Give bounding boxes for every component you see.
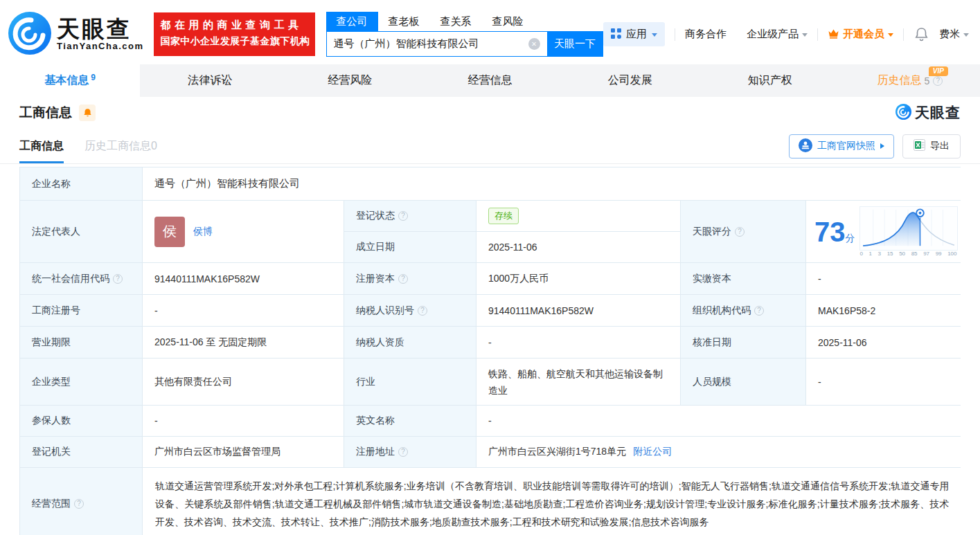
tab-history-info[interactable]: VIP 历史信息 5 [840, 64, 980, 97]
value-org-code: MAK16P58-2 [806, 295, 962, 326]
business-cooperation-link[interactable]: 商务合作 [685, 28, 727, 41]
enterprise-products-label: 企业级产品 [747, 28, 799, 41]
tianyancha-swirl-icon [8, 12, 51, 57]
credit-code-text: 统一社会信用代码 [32, 273, 109, 285]
table-actions: 工商官网快照 导出 [789, 134, 961, 158]
section-title: 工商信息 [19, 104, 72, 122]
vip-upgrade-label: 开通会员 [843, 28, 884, 41]
tab-operation-info-label: 经营信息 [467, 73, 512, 88]
crown-icon [828, 28, 839, 41]
tianyancha-swirl-icon-small [896, 104, 911, 123]
search-tabs: 查公司 查老板 查关系 查风险 [326, 12, 603, 31]
score-number: 73 [814, 217, 846, 247]
apps-label: 应用 [626, 28, 647, 41]
value-legal-representative: 侯 侯博 [143, 201, 344, 262]
registered-address-value: 广州市白云区兴湖街1号718单元 [488, 446, 626, 458]
watermark-logo-text: 天眼查 [915, 103, 961, 123]
export-button[interactable]: 导出 [902, 134, 961, 158]
help-icon[interactable] [398, 274, 408, 284]
label-registration-authority: 登记机关 [20, 437, 142, 467]
tab-basic-info-label: 基本信息 [44, 73, 89, 88]
help-icon[interactable] [933, 76, 943, 86]
tab-operation-info[interactable]: 经营信息 [420, 64, 560, 97]
tab-intellectual-property[interactable]: 知识产权 [700, 64, 840, 97]
promo-banner: 都在用的商业查询工具 国家中小企业发展子基金旗下机构 [154, 12, 315, 56]
score-unit: 分 [846, 233, 855, 244]
value-business-scope: 轨道交通运营管理系统开发;对外承包工程;计算机系统服务;业务培训（不含教育培训、… [143, 468, 962, 535]
logo-domain: TianYanCha.com [57, 41, 144, 51]
help-icon[interactable] [113, 274, 123, 284]
search-button[interactable]: 天眼一下 [547, 32, 603, 56]
help-icon[interactable] [74, 499, 84, 509]
search-tab-company[interactable]: 查公司 [326, 12, 378, 31]
value-industry: 铁路、船舶、航空航天和其他运输设备制造业 [476, 359, 680, 405]
subtab-row: 工商信息 历史工商信息0 工商官网快照 [0, 129, 980, 164]
help-icon[interactable] [754, 306, 764, 316]
tab-basic-info[interactable]: 基本信息 9 [0, 64, 140, 97]
user-account-menu[interactable]: 费米 [939, 28, 969, 41]
label-registration-number: 工商注册号 [20, 295, 142, 326]
username: 费米 [939, 28, 960, 41]
label-company-type: 企业类型 [20, 359, 142, 405]
tab-operation-risk[interactable]: 经营风险 [280, 64, 420, 97]
nearby-companies-link[interactable]: 附近公司 [633, 446, 672, 458]
top-header: 天眼查 TianYanCha.com 都在用的商业查询工具 国家中小企业发展子基… [0, 0, 980, 64]
label-industry: 行业 [344, 359, 476, 405]
tab-history-info-label: 历史信息 [877, 73, 922, 88]
value-registration-status: 存续 [476, 201, 680, 231]
enterprise-products-menu[interactable]: 企业级产品 [747, 28, 808, 41]
value-registered-capital: 1000万人民币 [476, 263, 680, 294]
score-axis-labels: 0131550859799100 [859, 251, 958, 257]
chevron-down-icon [802, 33, 808, 37]
value-credit-code: 91440111MAK16P582W [143, 263, 344, 294]
stamp-icon [799, 138, 812, 154]
tianyancha-logo[interactable]: 天眼查 TianYanCha.com [8, 12, 144, 57]
subtab-business-info[interactable]: 工商信息 [19, 129, 64, 163]
business-info-table: 企业名称 通号（广州）智能科技有限公司 法定代表人 侯 侯博 登记状态 存续 天… [19, 167, 961, 535]
company-nav-tabs: 基本信息 9 法律诉讼 经营风险 经营信息 公司发展 知识产权 VIP 历史信息… [0, 64, 980, 97]
notification-bell-icon[interactable] [915, 27, 928, 42]
label-business-scope: 经营范围 [20, 468, 142, 535]
label-paid-capital: 实缴资本 [681, 263, 805, 294]
divider [675, 28, 675, 41]
vip-upgrade-menu[interactable]: 开通会员 [828, 28, 893, 41]
apps-menu-button[interactable]: 应用 [603, 22, 665, 46]
value-registration-authority: 广州市白云区市场监督管理局 [143, 437, 344, 467]
subtab-history-business-info[interactable]: 历史工商信息0 [84, 129, 157, 163]
tab-company-development[interactable]: 公司发展 [560, 64, 700, 97]
divider [817, 28, 818, 41]
score-marker-pin [916, 209, 924, 217]
business-scope-text: 经营范围 [32, 498, 71, 510]
label-registered-capital: 注册资本 [344, 263, 476, 294]
legal-rep-avatar[interactable]: 侯 [154, 217, 185, 247]
export-label: 导出 [930, 140, 950, 152]
apps-grid-icon [611, 28, 621, 41]
tab-legal-proceedings-label: 法律诉讼 [188, 73, 232, 88]
search-tab-boss[interactable]: 查老板 [378, 12, 430, 31]
help-icon[interactable] [735, 227, 745, 237]
arrow-right-icon [880, 143, 884, 149]
search-input[interactable] [327, 32, 528, 56]
help-icon[interactable] [418, 306, 427, 316]
official-snapshot-button[interactable]: 工商官网快照 [789, 134, 894, 158]
tianyan-score-text: 天眼评分 [693, 226, 731, 238]
search-tab-relation[interactable]: 查关系 [430, 12, 482, 31]
excel-icon [914, 139, 925, 153]
org-code-text: 组织机构代码 [693, 305, 751, 317]
tab-intellectual-property-label: 知识产权 [748, 73, 792, 88]
label-legal-representative: 法定代表人 [20, 201, 142, 262]
registered-capital-text: 注册资本 [356, 273, 395, 285]
label-staff-size: 人员规模 [681, 359, 805, 405]
search-tab-risk[interactable]: 查风险 [482, 12, 534, 31]
chevron-down-icon [888, 33, 893, 37]
value-english-name: - [476, 406, 962, 436]
tab-legal-proceedings[interactable]: 法律诉讼 [140, 64, 280, 97]
value-approve-date: 2025-11-06 [806, 327, 962, 358]
help-icon[interactable] [398, 447, 408, 457]
clear-input-icon[interactable] [528, 38, 540, 50]
subscribe-bell-button[interactable] [79, 105, 96, 121]
legal-rep-name-link[interactable]: 侯博 [193, 226, 213, 238]
tab-basic-info-count: 9 [91, 73, 96, 82]
help-icon[interactable] [398, 211, 408, 221]
promo-line1: 都在用的商业查询工具 [161, 19, 308, 32]
